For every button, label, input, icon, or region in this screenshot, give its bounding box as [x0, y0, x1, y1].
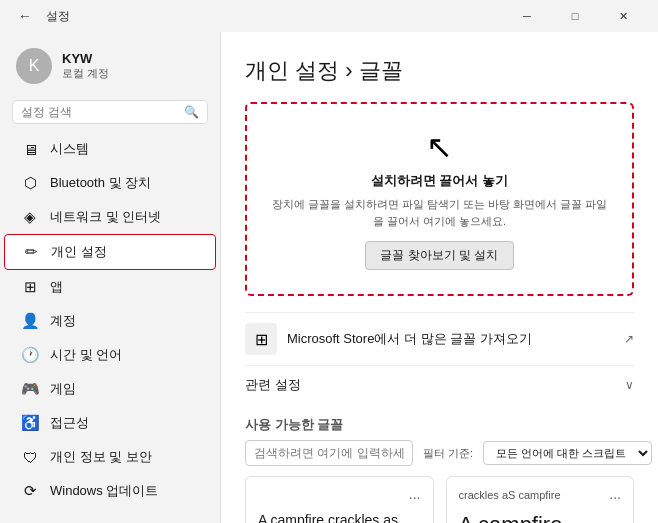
windows-update-icon: ⟳ [20, 481, 40, 501]
sidebar-item-gaming[interactable]: 🎮 게임 [4, 372, 216, 406]
font-card-1[interactable]: ··· A campfire crackles asthe children g… [245, 476, 434, 523]
page-title: 개인 설정 › 글꼴 [245, 56, 634, 86]
accessibility-icon: ♿ [20, 413, 40, 433]
store-icon-box: ⊞ [245, 323, 277, 355]
filter-label: 필터 기준: [423, 446, 473, 461]
sidebar-item-label: Windows 업데이트 [50, 482, 158, 500]
close-button[interactable]: ✕ [600, 0, 646, 32]
font-card-2-name: crackles aS campfire [459, 489, 561, 501]
time-icon: 🕐 [20, 345, 40, 365]
filter-select[interactable]: 모든 언어에 대한 스크립트 [483, 441, 652, 465]
sidebar-item-privacy[interactable]: 🛡 개인 정보 및 보안 [4, 440, 216, 474]
accounts-icon: 👤 [20, 311, 40, 331]
avatar: K [16, 48, 52, 84]
font-card-2[interactable]: crackles aS campfire ··· A campfirecrack… [446, 476, 635, 523]
titlebar-title: 설정 [46, 8, 70, 25]
available-fonts-heading: 사용 가능한 글꼴 [245, 416, 634, 434]
find-fonts-button[interactable]: 글꼴 찾아보기 및 설치 [365, 241, 513, 270]
sidebar-item-label: 개인 설정 [51, 243, 107, 261]
personalization-icon: ✏ [21, 242, 41, 262]
search-box[interactable]: 🔍 [12, 100, 208, 124]
back-icon[interactable]: ← [12, 6, 38, 26]
profile-subtitle: 로컬 계정 [62, 66, 109, 81]
search-icon: 🔍 [184, 105, 199, 119]
drop-zone[interactable]: ↖ 설치하려면 끌어서 놓기 장치에 글꼴을 설치하려면 파일 탐색기 또는 바… [245, 102, 634, 296]
maximize-button[interactable]: □ [552, 0, 598, 32]
store-label: Microsoft Store에서 더 많은 글꼴 가져오기 [287, 330, 614, 348]
sidebar-item-system[interactable]: 🖥 시스템 [4, 132, 216, 166]
font-card-2-header: crackles aS campfire ··· [459, 489, 622, 505]
font-card-1-preview: A campfire crackles asthe children gathe… [258, 511, 421, 523]
chevron-down-icon: ∨ [625, 378, 634, 392]
font-search-input[interactable] [245, 440, 413, 466]
sidebar-item-time[interactable]: 🕐 시간 및 언어 [4, 338, 216, 372]
sidebar-item-label: 네트워크 및 인터넷 [50, 208, 161, 226]
sidebar-item-windows-update[interactable]: ⟳ Windows 업데이트 [4, 474, 216, 508]
sidebar-item-label: 게임 [50, 380, 76, 398]
titlebar-controls: ─ □ ✕ [504, 0, 646, 32]
font-card-1-header: ··· [258, 489, 421, 505]
search-input[interactable] [21, 105, 178, 119]
app-container: K KYW 로컬 계정 🔍 🖥 시스템 ⬡ Bluetooth 및 장치 ◈ 네… [0, 32, 658, 523]
sidebar-item-label: 시간 및 언어 [50, 346, 122, 364]
drop-description: 장치에 글꼴을 설치하려면 파일 탐색기 또는 바탕 화면에서 글꼴 파일을 끌… [267, 196, 612, 229]
sidebar-item-label: 계정 [50, 312, 76, 330]
related-settings-label: 관련 설정 [245, 376, 615, 394]
bluetooth-icon: ⬡ [20, 173, 40, 193]
sidebar-item-accounts[interactable]: 👤 계정 [4, 304, 216, 338]
profile-section[interactable]: K KYW 로컬 계정 [0, 40, 220, 96]
network-icon: ◈ [20, 207, 40, 227]
font-card-2-preview: A campfirecrackles as the… [459, 511, 622, 523]
store-row[interactable]: ⊞ Microsoft Store에서 더 많은 글꼴 가져오기 ↗ [245, 312, 634, 365]
sidebar-item-apps[interactable]: ⊞ 앱 [4, 270, 216, 304]
apps-icon: ⊞ [20, 277, 40, 297]
cursor-icon: ↖ [267, 128, 612, 166]
minimize-button[interactable]: ─ [504, 0, 550, 32]
sidebar-item-bluetooth[interactable]: ⬡ Bluetooth 및 장치 [4, 166, 216, 200]
titlebar-left: ← 설정 [12, 6, 70, 26]
titlebar: ← 설정 ─ □ ✕ [0, 0, 658, 32]
profile-info: KYW 로컬 계정 [62, 51, 109, 81]
sidebar-item-accessibility[interactable]: ♿ 접근성 [4, 406, 216, 440]
font-cards: ··· A campfire crackles asthe children g… [245, 476, 634, 523]
sidebar-item-label: 개인 정보 및 보안 [50, 448, 152, 466]
sidebar-item-personalization[interactable]: ✏ 개인 설정 [4, 234, 216, 270]
sidebar: K KYW 로컬 계정 🔍 🖥 시스템 ⬡ Bluetooth 및 장치 ◈ 네… [0, 32, 220, 523]
profile-name: KYW [62, 51, 109, 66]
sidebar-item-label: 접근성 [50, 414, 89, 432]
system-icon: 🖥 [20, 139, 40, 159]
privacy-icon: 🛡 [20, 447, 40, 467]
related-settings-row[interactable]: 관련 설정 ∨ [245, 365, 634, 404]
font-card-2-more-icon[interactable]: ··· [609, 489, 621, 505]
font-card-1-more-icon[interactable]: ··· [409, 489, 421, 505]
sidebar-item-label: 앱 [50, 278, 63, 296]
drop-title: 설치하려면 끌어서 놓기 [267, 172, 612, 190]
sidebar-item-label: Bluetooth 및 장치 [50, 174, 151, 192]
store-icon: ⊞ [255, 330, 268, 349]
sidebar-item-label: 시스템 [50, 140, 89, 158]
sidebar-item-network[interactable]: ◈ 네트워크 및 인터넷 [4, 200, 216, 234]
external-link-icon: ↗ [624, 332, 634, 346]
gaming-icon: 🎮 [20, 379, 40, 399]
filter-bar: 필터 기준: 모든 언어에 대한 스크립트 245개 글꼴 찾음 [245, 440, 634, 466]
main-content: 개인 설정 › 글꼴 ↖ 설치하려면 끌어서 놓기 장치에 글꼴을 설치하려면 … [220, 32, 658, 523]
